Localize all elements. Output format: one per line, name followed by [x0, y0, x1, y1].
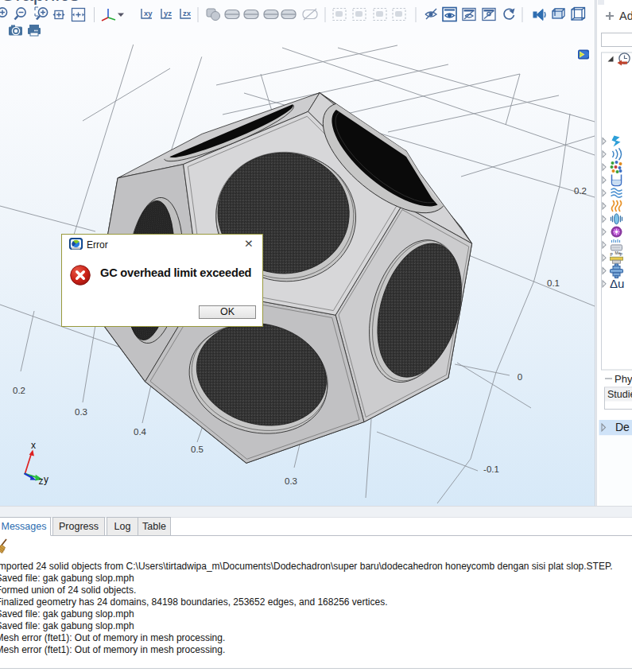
svg-text:zx: zx	[183, 9, 192, 17]
svg-text:0.3: 0.3	[285, 476, 297, 486]
svg-text:0.1: 0.1	[547, 278, 560, 288]
svg-text:yz: yz	[164, 9, 172, 17]
svg-text:0.5: 0.5	[191, 445, 204, 454]
svg-text:Phys: Phys	[615, 373, 632, 385]
svg-text:Ad: Ad	[619, 10, 632, 22]
svg-text:0.3: 0.3	[75, 407, 87, 417]
svg-text:Studies: Studies	[607, 389, 632, 400]
svg-text:z: z	[39, 476, 44, 487]
svg-text:xy: xy	[144, 9, 153, 17]
svg-text:y: y	[44, 474, 48, 485]
svg-text:0.2: 0.2	[574, 186, 587, 196]
svg-text:0: 0	[518, 372, 522, 382]
svg-text:-0.1: -0.1	[483, 464, 499, 474]
svg-text:0.4: 0.4	[134, 427, 147, 437]
svg-text:De: De	[615, 421, 630, 433]
svg-text:x: x	[31, 440, 36, 451]
svg-text:Δu: Δu	[610, 277, 624, 290]
svg-text:0.2: 0.2	[13, 386, 25, 395]
